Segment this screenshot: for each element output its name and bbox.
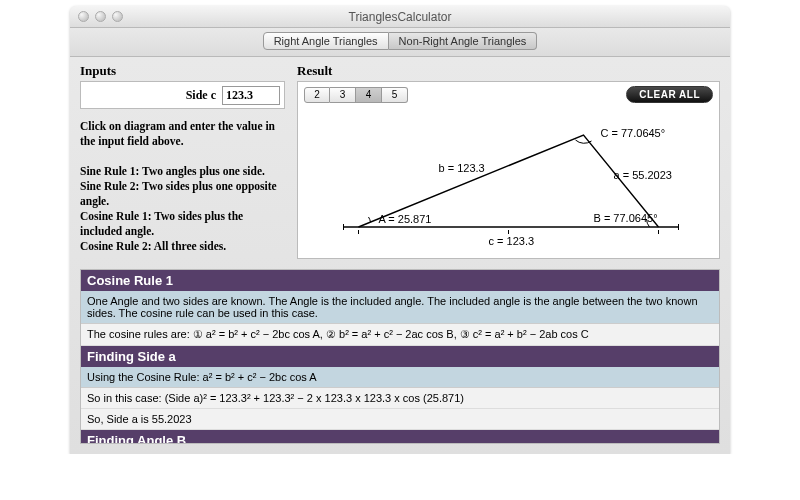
label-angle-a: A = 25.871 (379, 213, 432, 225)
label-side-c: c = 123.3 (489, 235, 535, 247)
rule-text: The cosine rules are: ① a² = b² + c² − 2… (81, 324, 719, 346)
triangle-diagram[interactable]: A = 25.871 B = 77.0645° C = 77.0645° a =… (304, 107, 713, 252)
decimal-places-selector: 2 3 4 5 (304, 87, 408, 103)
inputs-heading: Inputs (80, 63, 285, 79)
minimize-icon[interactable] (95, 11, 106, 22)
dp-2[interactable]: 2 (304, 87, 330, 103)
window-title: TrianglesCalculator (349, 10, 452, 24)
rule-text: Using the Cosine Rule: a² = b² + c² − 2b… (81, 367, 719, 388)
rules-output[interactable]: Cosine Rule 1 One Angle and two sides ar… (80, 269, 720, 444)
zoom-icon[interactable] (112, 11, 123, 22)
dp-4[interactable]: 4 (356, 87, 382, 103)
tab-bar: Right Angle Triangles Non-Right Angle Tr… (70, 28, 730, 57)
dp-5[interactable]: 5 (382, 87, 408, 103)
inputs-help: Click on diagram and enter the value in … (80, 119, 285, 253)
rule-text: So, Side a is 55.2023 (81, 409, 719, 430)
titlebar: TrianglesCalculator (70, 6, 730, 28)
app-window: TrianglesCalculator Right Angle Triangle… (70, 6, 730, 454)
side-c-input[interactable] (222, 86, 280, 105)
rule-header-angle-b: Finding Angle B (81, 430, 719, 444)
clear-all-button[interactable]: CLEAR ALL (626, 86, 713, 103)
window-controls (78, 11, 123, 22)
result-heading: Result (297, 63, 720, 79)
cosine-rule-1: Cosine Rule 1: Two sides plus the includ… (80, 209, 285, 239)
inputs-panel: Inputs Side c Click on diagram and enter… (80, 63, 285, 259)
sine-rule-1: Sine Rule 1: Two angles plus one side. (80, 164, 285, 179)
close-icon[interactable] (78, 11, 89, 22)
label-side-a: a = 55.2023 (614, 169, 672, 181)
tab-right-angle[interactable]: Right Angle Triangles (263, 32, 389, 50)
result-panel: Result 2 3 4 5 CLEAR ALL (297, 63, 720, 259)
rule-header-cosine1: Cosine Rule 1 (81, 270, 719, 291)
sine-rule-2: Sine Rule 2: Two sides plus one opposite… (80, 179, 285, 209)
dp-3[interactable]: 3 (330, 87, 356, 103)
content-area: Inputs Side c Click on diagram and enter… (70, 57, 730, 454)
label-angle-b: B = 77.0645° (594, 212, 658, 224)
input-label: Side c (85, 88, 216, 103)
tab-non-right-angle[interactable]: Non-Right Angle Triangles (389, 32, 538, 50)
cosine-rule-2: Cosine Rule 2: All three sides. (80, 239, 285, 254)
help-click-text: Click on diagram and enter the value in … (80, 119, 285, 149)
label-side-b: b = 123.3 (439, 162, 485, 174)
label-angle-c: C = 77.0645° (601, 127, 666, 139)
rule-text: One Angle and two sides are known. The A… (81, 291, 719, 324)
rule-header-side-a: Finding Side a (81, 346, 719, 367)
input-row: Side c (80, 81, 285, 109)
rule-text: So in this case: (Side a)² = 123.3² + 12… (81, 388, 719, 409)
